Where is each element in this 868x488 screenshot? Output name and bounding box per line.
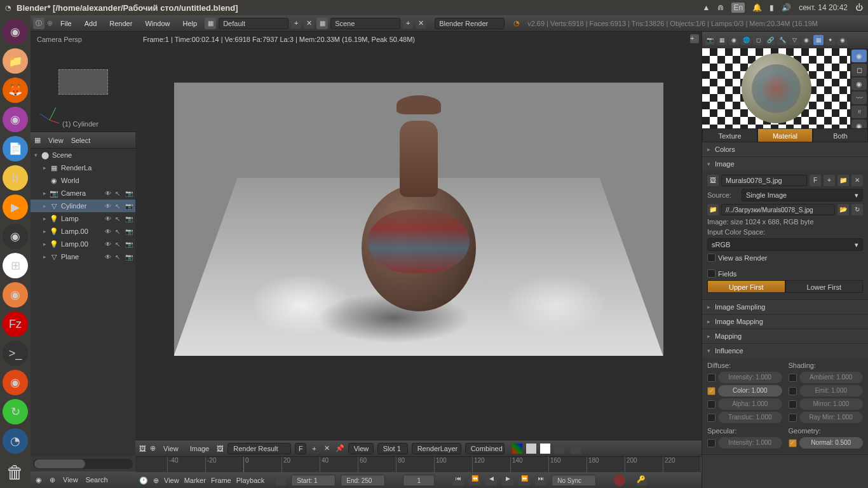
filepath-open-button[interactable]: 📂 [837, 204, 849, 215]
eye-icon[interactable]: 👁 [105, 215, 112, 222]
panel-image-header[interactable]: ▾Image [702, 157, 868, 171]
cursor-icon[interactable]: ↖ [115, 190, 123, 197]
shading-ambient-field[interactable]: Ambient: 1.000 [799, 372, 864, 383]
outliner-row[interactable]: ▸▦RenderLa [31, 161, 135, 174]
battery-icon[interactable]: ▮ [770, 3, 774, 12]
jump-next-keyframe-button[interactable]: ⏩ [519, 475, 530, 485]
view-as-render-checkbox[interactable] [707, 254, 715, 262]
play-button[interactable]: ▶ [502, 475, 513, 485]
layout-field[interactable]: Default [219, 18, 288, 29]
app-icon-2[interactable]: b [3, 165, 28, 191]
img-add-button[interactable]: + [310, 445, 318, 452]
dash-icon[interactable]: ◉ [3, 19, 28, 44]
keying-set-icon[interactable]: 🔑 [637, 475, 647, 485]
diffuse-transluc-check[interactable] [707, 414, 715, 422]
terminal-icon[interactable]: >_ [3, 341, 28, 366]
trash-icon[interactable]: 🗑 [3, 460, 28, 485]
eye-icon[interactable]: 👁 [105, 203, 112, 210]
jump-prev-keyframe-button[interactable]: ⏪ [469, 475, 480, 485]
prop-constraints-icon[interactable]: 🔗 [765, 35, 775, 45]
shading-raymirr-check[interactable] [789, 414, 797, 422]
preview-hair-button[interactable]: 〃 [851, 105, 867, 118]
upper-first-button[interactable]: Upper First [707, 280, 785, 293]
image-editor-viewport[interactable]: Frame:1 | Time:00:02.14 | Ve:6918 Fa:793… [135, 32, 702, 440]
prop-scene-icon[interactable]: ◉ [729, 35, 739, 45]
jump-end-button[interactable]: ⏭ [535, 475, 546, 485]
filepath-reload-button[interactable]: ↻ [851, 204, 863, 215]
bell-icon[interactable]: 🔔 [752, 3, 762, 12]
tl-view-menu[interactable]: View [164, 477, 179, 484]
expand-icon[interactable]: ▸ [43, 228, 50, 234]
render-result-field[interactable]: Render Result [227, 443, 291, 454]
expand-icon[interactable]: ▸ [43, 254, 50, 260]
clock[interactable]: сент. 14 20:42 [799, 3, 848, 12]
channel-alpha-icon[interactable] [540, 444, 550, 454]
render-icon[interactable]: 📷 [125, 203, 133, 210]
scene-field[interactable]: Scene [330, 18, 400, 29]
prop-physics-icon[interactable]: ◉ [837, 35, 848, 45]
image-new-button[interactable]: + [824, 175, 835, 186]
prop-modifiers-icon[interactable]: 🔧 [777, 35, 787, 45]
app-icon-4[interactable]: ◉ [3, 282, 28, 308]
panel-colors-header[interactable]: ▸Colors [702, 142, 868, 156]
pass-field[interactable]: Combined [465, 443, 505, 454]
channel-z-icon[interactable] [554, 444, 564, 454]
panel-image-mapping-header[interactable]: ▸Image Mapping [702, 315, 868, 329]
render-icon[interactable]: 📷 [125, 254, 133, 261]
app-icon-3[interactable]: ⊞ [3, 253, 28, 278]
img-delete-button[interactable]: ✕ [322, 444, 332, 452]
app-icon-1[interactable]: ◉ [3, 107, 28, 132]
shading-mirror-field[interactable]: Mirror: 1.000 [799, 398, 864, 410]
preview-viewport[interactable] [702, 48, 850, 128]
cursor-icon[interactable]: ↖ [115, 203, 123, 210]
outliner-row[interactable]: ▸💡Lamp.00👁↖📷 [31, 238, 135, 250]
jump-start-button[interactable]: ⏮ [452, 475, 464, 485]
current-frame-field[interactable]: 1 [403, 475, 435, 486]
image-fake-user-button[interactable]: F [810, 175, 821, 186]
outliner-row[interactable]: ▸📷Camera👁↖📷 [31, 187, 135, 200]
menu-file[interactable]: File [55, 18, 77, 29]
eye-icon[interactable]: 👁 [105, 254, 112, 261]
3dview-menu-toggle-icon[interactable]: ⊕ [50, 476, 55, 484]
eye-icon[interactable]: 👁 [105, 241, 112, 248]
outliner-editor-icon[interactable]: ▦ [34, 136, 41, 144]
vlc-icon[interactable]: ▲ [703, 3, 710, 12]
cursor-icon[interactable]: ↖ [115, 254, 123, 261]
cursor-icon[interactable]: ↖ [115, 228, 123, 235]
menu-toggle-icon[interactable]: ⊕ [47, 19, 53, 27]
cursor-icon[interactable]: ↖ [115, 215, 123, 222]
channel-rgb-icon[interactable] [526, 444, 536, 454]
outliner-row[interactable]: ▸💡Lamp👁↖📷 [31, 212, 135, 225]
preview-sphere-button[interactable]: 〰 [851, 92, 867, 104]
img-pin-icon[interactable]: 📌 [336, 444, 344, 452]
specular-intensity-field[interactable]: Intensity: 1.000 [718, 437, 782, 449]
outliner-row[interactable]: ▾⬤Scene [31, 149, 135, 161]
3dview-view-menu[interactable]: View [63, 476, 78, 484]
image-browse-icon[interactable]: 🖼 [707, 175, 719, 186]
channel-rgba-icon[interactable] [512, 444, 522, 454]
panel-image-sampling-header[interactable]: ▸Image Sampling [702, 300, 868, 314]
filepath-browse-icon[interactable]: 📁 [707, 204, 719, 215]
specular-intensity-check[interactable] [707, 439, 715, 447]
power-icon[interactable]: ⏻ [855, 3, 863, 12]
shading-raymirr-field[interactable]: Ray Mirr: 1.000 [799, 412, 864, 423]
prop-render-icon[interactable]: 📷 [705, 35, 715, 45]
preview-flat-button[interactable]: ◉ [851, 50, 867, 62]
tab-both[interactable]: Both [813, 128, 868, 142]
area-corner-icon[interactable]: + [690, 34, 699, 43]
tab-texture[interactable]: Texture [702, 128, 757, 142]
shading-emit-check[interactable] [789, 387, 797, 395]
diffuse-intensity-check[interactable] [707, 374, 715, 382]
wifi-icon[interactable]: ⋒ [717, 3, 724, 12]
3dview-editor-icon[interactable]: ◉ [36, 476, 42, 484]
3d-viewport-mini[interactable]: Camera Persp (1) Cylinder [31, 32, 135, 132]
layout-delete-button[interactable]: ✕ [304, 18, 314, 29]
scopes-icon[interactable] [571, 444, 581, 454]
prop-world-icon[interactable]: 🌐 [741, 35, 751, 45]
scene-browse-icon[interactable]: ▦ [316, 18, 328, 29]
prop-data-icon[interactable]: ▽ [789, 35, 799, 45]
diffuse-color-field[interactable]: Color: 1.000 [718, 385, 782, 396]
3dview-search[interactable]: Search [86, 476, 108, 484]
tab-material[interactable]: Material [757, 128, 813, 142]
eye-icon[interactable]: 👁 [105, 190, 112, 197]
